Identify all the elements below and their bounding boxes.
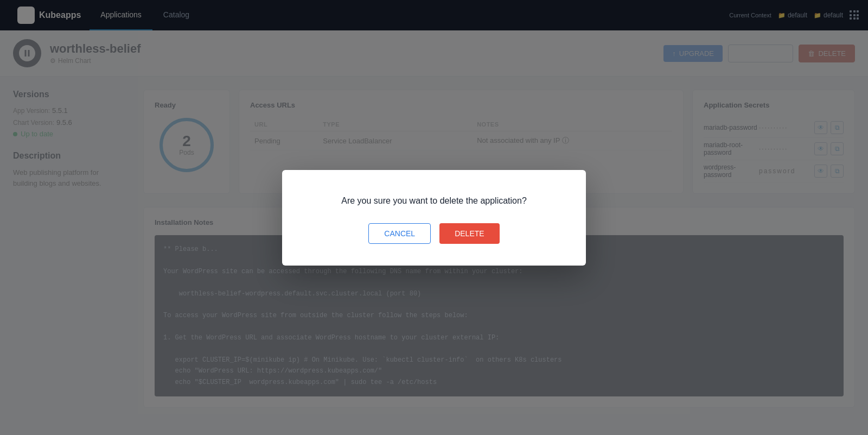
modal-actions: CANCEL DELETE bbox=[304, 223, 564, 244]
modal-overlay: Are you sure you want to delete the appl… bbox=[0, 0, 868, 435]
modal-message: Are you sure you want to delete the appl… bbox=[304, 196, 564, 206]
modal-cancel-button[interactable]: CANCEL bbox=[368, 223, 431, 244]
delete-confirmation-modal: Are you sure you want to delete the appl… bbox=[282, 170, 586, 266]
modal-delete-button[interactable]: DELETE bbox=[439, 223, 499, 244]
main-background: worthless-belief ⚙ Helm Chart ↑ UPGRADE … bbox=[0, 30, 868, 435]
